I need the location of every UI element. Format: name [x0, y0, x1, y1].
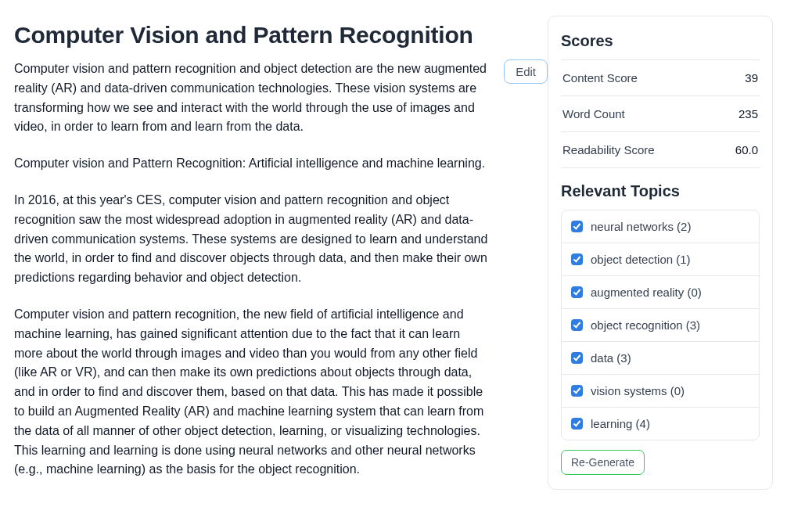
article-column: Computer Vision and Pattern Recognition …: [14, 16, 548, 516]
topic-label: vision systems (0): [591, 384, 685, 397]
topic-item[interactable]: learning (4): [562, 408, 759, 440]
paragraph: In 2016, at this year's CES, computer vi…: [14, 191, 491, 288]
score-row: Readability Score 60.0: [561, 132, 760, 168]
score-row: Word Count 235: [561, 96, 760, 132]
topic-item[interactable]: object detection (1): [562, 243, 759, 276]
score-label: Readability Score: [562, 143, 655, 156]
regenerate-button[interactable]: Re-Generate: [561, 450, 645, 475]
topic-label: object recognition (3): [591, 318, 700, 332]
topic-label: neural networks (2): [591, 220, 691, 233]
topic-label: learning (4): [591, 417, 650, 430]
page: Computer Vision and Pattern Recognition …: [0, 0, 787, 532]
edit-button[interactable]: Edit: [504, 59, 548, 84]
sidebar: Scores Content Score 39 Word Count 235 R…: [548, 16, 773, 490]
paragraph: Computer vision and pattern recognition …: [14, 59, 491, 137]
score-value: 60.0: [735, 143, 758, 156]
scores-heading: Scores: [561, 32, 760, 50]
score-value: 235: [738, 107, 758, 120]
paragraph: Computer vision and Pattern Recognition:…: [14, 154, 491, 174]
score-label: Word Count: [562, 107, 625, 120]
checkbox-icon[interactable]: [571, 221, 583, 232]
checkbox-icon[interactable]: [571, 352, 583, 364]
topic-item[interactable]: object recognition (3): [562, 309, 759, 342]
topic-item[interactable]: data (3): [562, 342, 759, 375]
topic-item[interactable]: vision systems (0): [562, 375, 759, 408]
article-body: Computer vision and pattern recognition …: [14, 59, 538, 480]
paragraph: Computer vision and pattern recognition,…: [14, 305, 491, 480]
scores-list: Content Score 39 Word Count 235 Readabil…: [561, 59, 760, 168]
topic-label: augmented reality (0): [591, 286, 702, 299]
checkbox-icon[interactable]: [571, 418, 583, 430]
topics-list: neural networks (2) object detection (1)…: [561, 210, 760, 440]
topics-heading: Relevant Topics: [561, 182, 760, 200]
score-row: Content Score 39: [561, 60, 760, 96]
checkbox-icon[interactable]: [571, 286, 583, 298]
score-value: 39: [745, 71, 758, 84]
topic-item[interactable]: neural networks (2): [562, 210, 759, 243]
checkbox-icon[interactable]: [571, 385, 583, 397]
topic-label: data (3): [591, 351, 631, 365]
topic-item[interactable]: augmented reality (0): [562, 276, 759, 309]
topic-label: object detection (1): [591, 253, 691, 266]
checkbox-icon[interactable]: [571, 253, 583, 265]
page-title: Computer Vision and Pattern Recognition: [14, 22, 538, 49]
score-label: Content Score: [562, 71, 638, 84]
checkbox-icon[interactable]: [571, 319, 583, 331]
